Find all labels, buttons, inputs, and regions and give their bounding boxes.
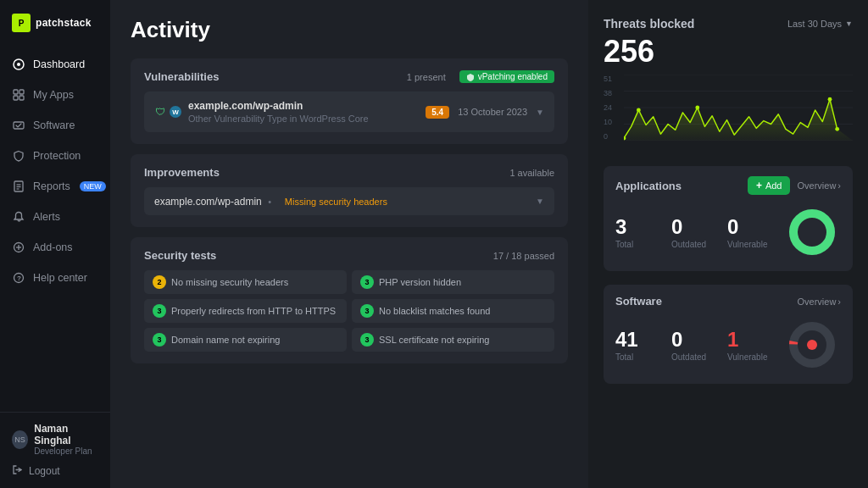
applications-section: Applications + Add Overview › 3 Total 0 … xyxy=(604,166,853,271)
logo-text: patchstack xyxy=(36,17,92,29)
svg-point-23 xyxy=(637,108,641,112)
threats-section: Threats blocked Last 30 Days ▼ 256 51 38… xyxy=(604,17,853,152)
user-name: Naman Singhal xyxy=(34,423,98,446)
sidebar-item-add-ons[interactable]: Add-ons xyxy=(0,232,110,263)
svg-point-24 xyxy=(695,106,699,110)
tests-grid: 2 No missing security headers 3 PHP vers… xyxy=(144,270,554,352)
sidebar-item-reports[interactable]: Reports NEW xyxy=(0,171,110,202)
sidebar-item-alerts[interactable]: Alerts xyxy=(0,202,110,232)
period-selector[interactable]: Last 30 Days ▼ xyxy=(787,19,853,29)
right-panel: Threats blocked Last 30 Days ▼ 256 51 38… xyxy=(588,0,868,488)
wordpress-icon: W xyxy=(170,106,181,118)
applications-overview-link[interactable]: Overview › xyxy=(797,180,841,191)
svg-rect-3 xyxy=(19,90,24,94)
software-section: Software Overview › 41 Total 0 Outdated … xyxy=(604,285,853,384)
dashboard-icon xyxy=(12,58,25,71)
sidebar-label-alerts: Alerts xyxy=(33,211,60,223)
sw-vulnerable-num: 1 xyxy=(727,328,783,352)
vulnerability-item: 🛡 W example.com/wp-admin Other Vulnerabi… xyxy=(144,92,554,132)
chevron-down-icon: ▼ xyxy=(536,108,544,117)
plus-icon: + xyxy=(756,180,762,191)
svg-point-31 xyxy=(807,340,817,350)
test-num-5: 3 xyxy=(360,333,374,347)
svg-point-28 xyxy=(793,214,831,251)
sidebar-label-add-ons: Add-ons xyxy=(33,241,73,253)
svg-point-1 xyxy=(17,63,20,66)
vpatching-badge: vPatching enabled xyxy=(459,70,554,83)
security-tests-section: Security tests 17 / 18 passed 2 No missi… xyxy=(131,237,568,363)
test-item-3: 3 No blacklist matches found xyxy=(352,299,554,323)
test-label-1: PHP version hidden xyxy=(379,277,461,287)
vulnerabilities-section: Vulnerabilities 1 present vPatching enab… xyxy=(131,58,568,144)
svg-point-26 xyxy=(835,127,839,131)
help-icon: ? xyxy=(12,271,25,285)
svg-rect-2 xyxy=(14,90,18,94)
chart-y-labels: 51 38 24 10 0 xyxy=(604,75,622,141)
test-item-0: 2 No missing security headers xyxy=(144,270,347,294)
sidebar-item-help[interactable]: ? Help center xyxy=(0,263,110,293)
reports-icon xyxy=(12,180,25,193)
logo: P patchstack xyxy=(0,0,110,49)
apps-outdated-label: Outdated xyxy=(671,240,727,249)
test-label-4: Domain name not expiring xyxy=(171,335,280,345)
sidebar-item-my-apps[interactable]: My Apps xyxy=(0,80,110,110)
apps-outdated: 0 Outdated xyxy=(671,215,727,249)
apps-vulnerable-num: 0 xyxy=(727,215,783,239)
sidebar-item-protection[interactable]: Protection xyxy=(0,141,110,171)
sidebar-label-software: Software xyxy=(33,119,75,131)
chevron-down-icon-improve: ▼ xyxy=(536,197,544,206)
software-icon xyxy=(12,119,25,132)
svg-rect-6 xyxy=(14,122,24,129)
apps-total-num: 3 xyxy=(615,215,671,239)
test-item-1: 3 PHP version hidden xyxy=(352,270,554,294)
sidebar-label-my-apps: My Apps xyxy=(33,89,74,101)
sw-outdated-num: 0 xyxy=(671,328,727,352)
svg-rect-5 xyxy=(19,96,24,100)
user-plan: Developer Plan xyxy=(34,446,98,456)
sidebar-item-dashboard[interactable]: Dashboard xyxy=(0,49,110,80)
apps-total-label: Total xyxy=(615,240,671,249)
avatar: NS xyxy=(12,430,28,449)
applications-title: Applications xyxy=(615,180,682,192)
sidebar-label-reports: Reports xyxy=(33,180,70,192)
svg-text:?: ? xyxy=(17,274,21,282)
improvements-section: Improvements 1 available example.com/wp-… xyxy=(131,154,568,227)
sw-total: 41 Total xyxy=(615,328,671,362)
vuln-version: 5.4 xyxy=(426,106,449,119)
sw-donut-chart xyxy=(783,316,841,374)
sidebar-label-help: Help center xyxy=(33,272,87,284)
sidebar: P patchstack Dashboard My Apps xyxy=(0,0,110,488)
vuln-date: 13 October 2023 xyxy=(458,107,527,117)
logout-button[interactable]: Logout xyxy=(12,464,98,478)
vuln-type: Other Vulnerability Type in WordPress Co… xyxy=(188,114,369,124)
chevron-right-icon: › xyxy=(837,180,841,191)
sw-outdated-label: Outdated xyxy=(671,352,727,362)
improvements-title: Improvements xyxy=(144,166,220,179)
test-num-4: 3 xyxy=(153,333,166,347)
sw-total-num: 41 xyxy=(615,328,671,352)
threats-title: Threats blocked xyxy=(604,17,694,30)
sidebar-item-software[interactable]: Software xyxy=(0,110,110,141)
improvement-item: example.com/wp-admin • Missing security … xyxy=(144,187,554,215)
chart-svg xyxy=(624,75,853,141)
logout-icon xyxy=(12,464,23,478)
sw-outdated: 0 Outdated xyxy=(671,328,727,362)
apps-outdated-num: 0 xyxy=(671,215,727,239)
software-overview-link[interactable]: Overview › xyxy=(797,297,841,307)
test-num-2: 3 xyxy=(153,304,166,318)
test-num-1: 3 xyxy=(360,275,374,289)
missing-header-badge: Missing security headers xyxy=(285,197,387,207)
main-content: Activity Vulnerabilities 1 present vPatc… xyxy=(110,0,588,488)
sidebar-label-protection: Protection xyxy=(33,150,81,162)
add-application-button[interactable]: + Add xyxy=(748,176,791,195)
applications-stats: 3 Total 0 Outdated 0 Vulnerable xyxy=(615,203,841,261)
apps-donut-chart xyxy=(783,203,841,261)
improvements-badge: 1 available xyxy=(509,168,554,178)
sidebar-bottom: NS Naman Singhal Developer Plan Logout xyxy=(0,412,110,488)
test-num-0: 2 xyxy=(153,275,166,289)
improve-url: example.com/wp-admin xyxy=(154,196,262,208)
apps-vulnerable: 0 Vulnerable xyxy=(727,215,783,249)
sw-total-label: Total xyxy=(615,352,671,362)
addons-icon xyxy=(12,241,25,254)
logout-label: Logout xyxy=(29,465,60,477)
